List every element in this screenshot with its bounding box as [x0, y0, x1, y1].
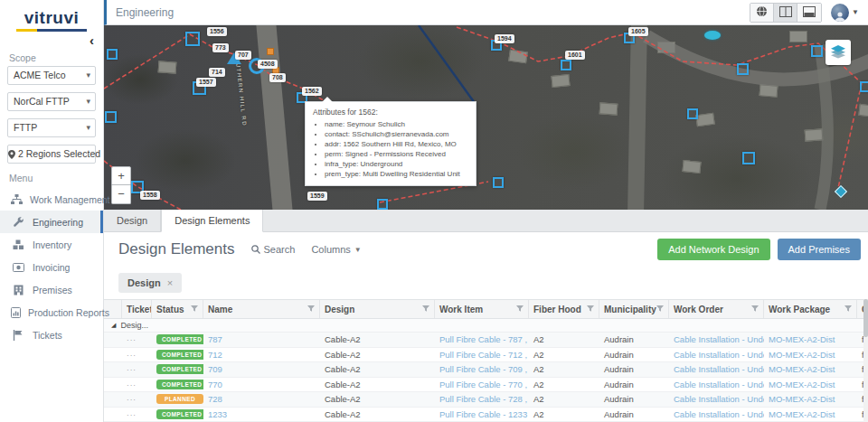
map-premise-square[interactable] [185, 32, 200, 46]
search-button[interactable]: Search [251, 244, 296, 255]
map-label-chip[interactable]: 1605 [628, 27, 648, 36]
work-item-link[interactable]: Pull Fibre Cable - 787 , Install co [439, 334, 529, 344]
work-package-link[interactable]: MO-MEX-A2-Dist [769, 350, 835, 360]
filter-icon[interactable] [516, 305, 524, 314]
name-link[interactable]: 709 [208, 364, 222, 374]
map-label-chip[interactable]: 1556 [207, 27, 227, 36]
sidebar-item-engineering[interactable]: Engineering [0, 211, 103, 233]
map-label-chip[interactable]: 773 [212, 43, 229, 52]
scope-select-network[interactable]: FTTP [7, 118, 96, 137]
globe-button[interactable] [750, 4, 774, 22]
user-menu[interactable]: ▼ [831, 4, 859, 22]
filter-icon[interactable] [191, 305, 198, 314]
filter-icon[interactable] [844, 305, 852, 314]
work-package-link[interactable]: MO-MEX-A2-Dist [769, 409, 835, 419]
work-order-link[interactable]: Cable Installation - Underground [674, 364, 764, 374]
map-label-chip[interactable]: 1601 [565, 51, 585, 60]
map-premise-square[interactable] [742, 152, 755, 164]
map-label-chip[interactable]: 708 [269, 73, 286, 82]
name-link[interactable]: 1233 [208, 409, 227, 419]
work-order-link[interactable]: Cable Installation - Underground [674, 350, 764, 360]
map-label-chip[interactable]: 4508 [258, 60, 278, 69]
row-menu-button[interactable]: ··· [127, 363, 137, 377]
sidebar-item-premises[interactable]: Premises [0, 278, 103, 301]
split-view-button[interactable] [774, 4, 797, 22]
map-orange-marker[interactable] [267, 48, 274, 55]
grid-group-row[interactable]: ◢ Desig... [104, 319, 868, 333]
work-package-link[interactable]: MO-MEX-A2-Dist [769, 364, 835, 374]
filter-icon[interactable] [422, 305, 429, 314]
row-menu-button[interactable]: ··· [127, 333, 137, 347]
sidebar-collapse-chevron-icon[interactable]: ‹ [0, 32, 103, 47]
sidebar-item-production-reports[interactable]: Production Reports [0, 301, 103, 324]
sidebar-item-work-management[interactable]: Work Management [0, 188, 103, 211]
sidebar-item-inventory[interactable]: Inventory [0, 233, 103, 256]
columns-dropdown[interactable]: Columns ▼ [311, 244, 361, 255]
col-header-work-item[interactable]: Work Item [435, 300, 529, 318]
map-premise-square[interactable] [493, 177, 504, 188]
map-label-chip[interactable]: 1559 [307, 192, 327, 201]
map-label-chip[interactable]: 1557 [196, 78, 216, 87]
row-menu-button[interactable]: ··· [127, 349, 137, 362]
map-layers-button[interactable] [826, 40, 851, 65]
work-order-link[interactable]: Cable Installation - Underground [674, 409, 764, 419]
work-item-link[interactable]: Pull Fibre Cable - 1233 , Install c [439, 409, 529, 419]
filter-icon[interactable] [587, 305, 594, 314]
work-package-link[interactable]: MO-MEX-A2-Dist [769, 380, 835, 389]
map-label-chip[interactable]: 1562 [302, 87, 322, 96]
row-menu-button[interactable]: ··· [127, 408, 137, 422]
scope-select-program[interactable]: NorCal FTTP [7, 92, 96, 111]
map-premise-square[interactable] [377, 199, 388, 210]
name-link[interactable]: 787 [208, 334, 222, 344]
sidebar-item-tickets[interactable]: Tickets [0, 324, 103, 346]
col-header-design[interactable]: Design [320, 300, 435, 318]
map-premise-square[interactable] [860, 81, 868, 92]
work-item-link[interactable]: Pull Fibre Cable - 712 , Install co [439, 350, 529, 360]
filter-icon[interactable] [751, 305, 759, 314]
map-label-chip[interactable]: 707 [235, 51, 251, 60]
col-header-fiber-hood[interactable]: Fiber Hood [529, 300, 599, 318]
bottom-panel-button[interactable] [797, 4, 821, 22]
map-label-chip[interactable]: 714 [209, 68, 225, 77]
col-header-municipality[interactable]: Municipality [599, 300, 669, 318]
map-premise-square[interactable] [811, 45, 823, 57]
table-scrollbar[interactable] [863, 299, 868, 422]
work-item-link[interactable]: Pull Fibre Cable - 728 , Install co [439, 394, 529, 404]
map-premise-square[interactable] [105, 111, 117, 123]
col-header-work-order[interactable]: Work Order [669, 300, 764, 318]
name-link[interactable]: 770 [208, 380, 222, 389]
work-item-link[interactable]: Pull Fibre Cable - 770 , Install co [439, 380, 529, 389]
col-header-ticket[interactable]: Ticket [122, 300, 152, 318]
row-menu-button[interactable]: ··· [127, 379, 137, 392]
close-icon[interactable]: × [167, 277, 173, 288]
zoom-out-button[interactable]: − [111, 185, 131, 204]
work-order-link[interactable]: Cable Installation - Underground [674, 394, 764, 404]
map-canvas[interactable]: SOUTHERN HILL RD 15567737074508708714155… [104, 25, 868, 210]
filter-icon[interactable] [656, 305, 664, 314]
sidebar-item-invoicing[interactable]: Invoicing [0, 256, 103, 278]
add-premises-button[interactable]: Add Premises [778, 239, 861, 260]
map-premise-square[interactable] [107, 49, 118, 60]
map-label-chip[interactable]: 1594 [495, 34, 514, 43]
map-premise-square[interactable] [561, 60, 571, 70]
filter-icon[interactable] [307, 305, 315, 314]
col-header-name[interactable]: Name [203, 300, 320, 318]
collapse-group-icon[interactable]: ◢ [111, 322, 116, 329]
row-menu-button[interactable]: ··· [127, 393, 137, 407]
work-item-link[interactable]: Pull Fibre Cable - 709 , Install co [439, 364, 529, 374]
add-network-design-button[interactable]: Add Network Design [657, 239, 769, 260]
map-label-chip[interactable]: 1558 [140, 191, 160, 200]
work-package-link[interactable]: MO-MEX-A2-Dist [769, 334, 835, 344]
work-order-link[interactable]: Cable Installation - Underground [674, 334, 764, 344]
map-premise-square[interactable] [687, 108, 698, 119]
name-link[interactable]: 728 [208, 394, 222, 404]
tab-design[interactable]: Design [104, 210, 161, 231]
scope-select-operator[interactable]: ACME Telco [7, 66, 96, 85]
col-header-work-package[interactable]: Work Package [764, 300, 857, 318]
tab-design-elements[interactable]: Design Elements [161, 209, 263, 232]
zoom-in-button[interactable]: + [111, 166, 131, 185]
map-premise-square[interactable] [737, 63, 749, 75]
work-package-link[interactable]: MO-MEX-A2-Dist [769, 394, 835, 404]
col-header-status[interactable]: Status [152, 300, 203, 318]
work-order-link[interactable]: Cable Installation - Underground [674, 380, 764, 389]
